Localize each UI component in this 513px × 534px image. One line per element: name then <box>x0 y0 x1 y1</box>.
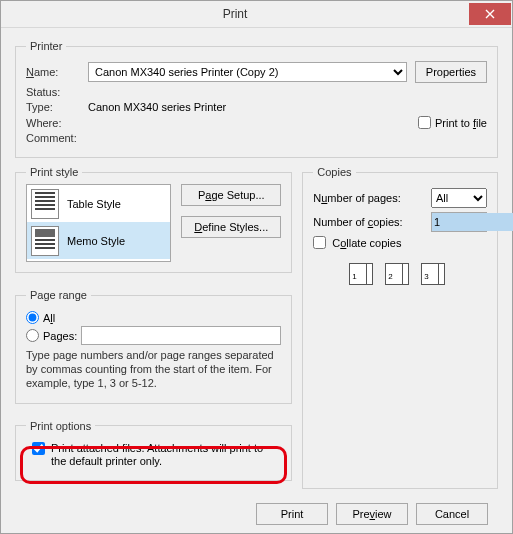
num-copies-input[interactable] <box>432 213 513 231</box>
num-copies-spinner[interactable]: ▲▼ <box>431 212 487 232</box>
print-style-legend: Print style <box>26 166 82 178</box>
copies-legend: Copies <box>313 166 355 178</box>
page-range-all-radio[interactable] <box>26 311 39 324</box>
printer-group: Printer Name: Canon MX340 series Printer… <box>15 40 498 158</box>
page-range-group: Page range All Pages: Type page numbers … <box>15 289 292 403</box>
dialog-footer: Print Preview Cancel <box>15 497 498 525</box>
collate-label: Collate copies <box>332 237 401 249</box>
printer-name-select[interactable]: Canon MX340 series Printer (Copy 2) <box>88 62 407 82</box>
num-copies-label: Number of copies: <box>313 216 431 228</box>
print-options-legend: Print options <box>26 420 95 432</box>
page-setup-button[interactable]: Page Setup... <box>181 184 281 206</box>
print-dialog: Print Printer Name: Canon MX340 series P… <box>0 0 513 534</box>
close-icon <box>485 9 495 19</box>
cancel-button[interactable]: Cancel <box>416 503 488 525</box>
copies-group: Copies Number of pages: All Number of co… <box>302 166 498 489</box>
collate-illustration: 11 22 33 <box>313 263 487 293</box>
style-item-label: Memo Style <box>67 235 125 247</box>
page-range-pages-label: Pages: <box>43 330 77 342</box>
window-title: Print <box>1 7 469 21</box>
num-pages-select[interactable]: All <box>431 188 487 208</box>
print-to-file-label: Print to file <box>435 117 487 129</box>
comment-label: Comment: <box>26 132 88 144</box>
print-button[interactable]: Print <box>256 503 328 525</box>
printer-legend: Printer <box>26 40 66 52</box>
num-pages-label: Number of pages: <box>313 192 431 204</box>
print-options-group: Print options Print attached files. Atta… <box>15 420 292 481</box>
define-styles-button[interactable]: Define Styles... <box>181 216 281 238</box>
style-item-table[interactable]: Table Style <box>27 185 170 222</box>
page-range-pages-radio[interactable] <box>26 329 39 342</box>
memo-style-icon <box>31 226 59 256</box>
name-label: Name: <box>26 66 88 78</box>
properties-button[interactable]: Properties <box>415 61 487 83</box>
type-label: Type: <box>26 101 88 113</box>
title-bar: Print <box>1 1 512 28</box>
style-item-memo[interactable]: Memo Style <box>27 222 170 259</box>
type-value: Canon MX340 series Printer <box>88 101 226 113</box>
page-range-all-label: All <box>43 312 55 324</box>
print-attached-label: Print attached files. Attachments will p… <box>51 442 275 468</box>
print-style-group: Print style Table Style Memo Style <box>15 166 292 273</box>
status-label: Status: <box>26 86 88 98</box>
close-button[interactable] <box>469 3 511 25</box>
page-range-legend: Page range <box>26 289 91 301</box>
table-style-icon <box>31 189 59 219</box>
page-range-pages-input[interactable] <box>81 326 281 345</box>
print-to-file-checkbox[interactable] <box>418 116 431 129</box>
collate-checkbox[interactable] <box>313 236 326 249</box>
print-attached-checkbox[interactable] <box>32 442 45 455</box>
where-label: Where: <box>26 117 88 129</box>
print-style-list[interactable]: Table Style Memo Style <box>26 184 171 262</box>
style-item-label: Table Style <box>67 198 121 210</box>
page-range-hint: Type page numbers and/or page ranges sep… <box>26 349 281 390</box>
preview-button[interactable]: Preview <box>336 503 408 525</box>
